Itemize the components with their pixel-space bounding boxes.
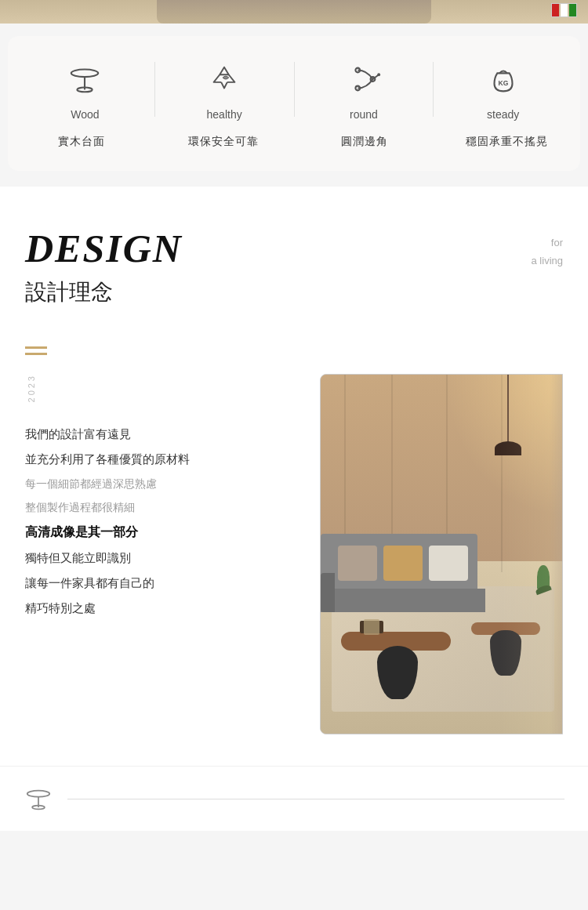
weight-icon: KG [482, 58, 524, 100]
wood-label-en: Wood [71, 108, 99, 121]
text-lines: 我們的設計富有遠見 並充分利用了各種優質的原材料 每一個細節都經過深思熟慮 整個… [25, 422, 301, 620]
design-title-zh: 設計理念 [25, 277, 183, 307]
bottom-logo-icon [24, 784, 53, 814]
content-area: 2023 我們的設計富有遠見 並充分利用了各種優質的原材料 每一個細節都經過深思… [25, 374, 563, 734]
feature-item-round: round [295, 58, 434, 121]
svg-text:KG: KG [498, 79, 508, 87]
svg-point-7 [377, 73, 380, 76]
menu-line-1 [25, 346, 47, 349]
design-section: DESIGN 設計理念 for a living 2023 我們的設計富有遠見 … [0, 187, 588, 766]
features-desc-row: 實木台面 環保安全可靠 圓潤邊角 穩固承重不搖晃 [8, 135, 580, 149]
design-header: DESIGN 設計理念 for a living [25, 226, 563, 307]
svg-point-2 [78, 88, 93, 92]
flag-icon [551, 3, 577, 17]
round-label-en: round [350, 108, 378, 121]
steady-desc: 穩固承重不搖晃 [436, 135, 577, 149]
wood-icon [64, 58, 106, 100]
top-product-area [0, 0, 588, 24]
text-line-2: 並充分利用了各種優質的原材料 [25, 448, 301, 471]
bottom-divider [67, 799, 564, 799]
recycle-icon [203, 58, 245, 100]
features-icons-row: Wood healthy [8, 58, 580, 121]
design-subtitle: for a living [532, 226, 563, 270]
design-title-en: DESIGN [25, 226, 183, 271]
text-line-5: 高清成像是其一部分 [25, 520, 301, 545]
design-title-block: DESIGN 設計理念 [25, 226, 183, 307]
text-line-7: 讓每一件家具都有自己的 [25, 571, 301, 595]
svg-point-11 [32, 806, 45, 810]
year-label: 2023 [27, 374, 301, 402]
round-desc: 圓潤邊角 [295, 135, 436, 149]
subtitle-line1: for [532, 234, 563, 252]
feature-item-healthy: healthy [155, 58, 294, 121]
menu-lines [25, 346, 563, 355]
svg-point-0 [71, 70, 99, 78]
text-line-6: 獨特但又能立即識別 [25, 546, 301, 570]
wood-desc: 實木台面 [11, 135, 152, 149]
text-line-3: 每一個細節都經過深思熟慮 [25, 473, 301, 495]
healthy-desc: 環保安全可靠 [153, 135, 294, 149]
text-line-8: 精巧特別之處 [25, 596, 301, 620]
text-line-1: 我們的設計富有遠見 [25, 422, 301, 446]
bottom-bar [0, 766, 588, 831]
round-icon [343, 58, 385, 100]
subtitle-line2: a living [532, 252, 563, 270]
menu-line-2 [25, 353, 47, 355]
feature-item-wood: Wood [16, 58, 154, 121]
steady-label-en: steady [487, 108, 519, 121]
image-column [320, 374, 563, 734]
healthy-label-en: healthy [207, 108, 242, 121]
feature-item-steady: KG steady [434, 58, 572, 121]
svg-point-9 [27, 791, 50, 797]
room-image-container [320, 374, 563, 734]
text-line-4: 整個製作過程都很精細 [25, 496, 301, 518]
features-card: Wood healthy [8, 36, 580, 171]
text-column: 2023 我們的設計富有遠見 並充分利用了各種優質的原材料 每一個細節都經過深思… [25, 374, 301, 620]
